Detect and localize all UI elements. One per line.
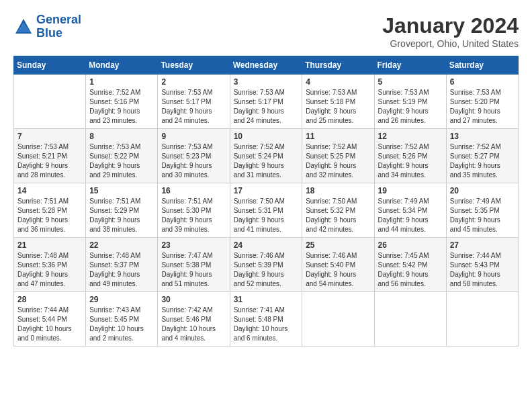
- calendar-cell: 14Sunrise: 7:51 AM Sunset: 5:28 PM Dayli…: [14, 183, 86, 238]
- day-number: 22: [89, 240, 154, 250]
- calendar-cell: 20Sunrise: 7:49 AM Sunset: 5:35 PM Dayli…: [446, 183, 518, 238]
- day-number: 4: [306, 77, 370, 87]
- day-number: 1: [89, 77, 154, 87]
- calendar-cell: 31Sunrise: 7:41 AM Sunset: 5:48 PM Dayli…: [230, 292, 302, 347]
- cell-info: Sunrise: 7:44 AM Sunset: 5:44 PM Dayligh…: [17, 306, 82, 343]
- cell-info: Sunrise: 7:53 AM Sunset: 5:21 PM Dayligh…: [17, 142, 82, 180]
- day-number: 25: [306, 240, 370, 250]
- cell-info: Sunrise: 7:49 AM Sunset: 5:35 PM Dayligh…: [450, 197, 515, 234]
- day-number: 3: [234, 77, 299, 87]
- weekday-header-sunday: Sunday: [14, 56, 86, 75]
- day-number: 29: [89, 295, 154, 304]
- day-number: 19: [378, 186, 443, 195]
- day-number: 31: [234, 295, 299, 304]
- cell-info: Sunrise: 7:51 AM Sunset: 5:30 PM Dayligh…: [161, 197, 226, 234]
- calendar-cell: 1Sunrise: 7:52 AM Sunset: 5:16 PM Daylig…: [86, 75, 158, 129]
- calendar-cell: 2Sunrise: 7:53 AM Sunset: 5:17 PM Daylig…: [158, 75, 230, 129]
- cell-info: Sunrise: 7:44 AM Sunset: 5:43 PM Dayligh…: [450, 251, 515, 289]
- cell-info: Sunrise: 7:53 AM Sunset: 5:22 PM Dayligh…: [89, 142, 154, 180]
- cell-info: Sunrise: 7:53 AM Sunset: 5:20 PM Dayligh…: [450, 88, 515, 126]
- day-number: 2: [161, 77, 226, 87]
- calendar-cell: 11Sunrise: 7:52 AM Sunset: 5:25 PM Dayli…: [302, 129, 374, 183]
- day-number: 10: [234, 132, 299, 141]
- weekday-header-saturday: Saturday: [446, 56, 518, 75]
- day-number: 30: [161, 295, 226, 304]
- cell-info: Sunrise: 7:52 AM Sunset: 5:27 PM Dayligh…: [450, 142, 515, 180]
- cell-info: Sunrise: 7:53 AM Sunset: 5:23 PM Dayligh…: [161, 142, 226, 180]
- cell-info: Sunrise: 7:43 AM Sunset: 5:45 PM Dayligh…: [89, 306, 154, 343]
- day-number: 7: [17, 132, 82, 141]
- calendar-cell: 7Sunrise: 7:53 AM Sunset: 5:21 PM Daylig…: [14, 129, 86, 183]
- day-number: 16: [161, 186, 226, 195]
- calendar-week-2: 7Sunrise: 7:53 AM Sunset: 5:21 PM Daylig…: [14, 129, 519, 183]
- calendar-cell: 29Sunrise: 7:43 AM Sunset: 5:45 PM Dayli…: [86, 292, 158, 347]
- cell-info: Sunrise: 7:47 AM Sunset: 5:38 PM Dayligh…: [161, 251, 226, 289]
- cell-info: Sunrise: 7:53 AM Sunset: 5:17 PM Dayligh…: [234, 88, 299, 126]
- cell-info: Sunrise: 7:46 AM Sunset: 5:39 PM Dayligh…: [234, 251, 299, 289]
- calendar-cell: [374, 292, 446, 347]
- cell-info: Sunrise: 7:51 AM Sunset: 5:28 PM Dayligh…: [17, 197, 82, 234]
- day-number: 17: [234, 186, 299, 195]
- day-number: 5: [378, 77, 443, 87]
- day-number: 18: [306, 186, 370, 195]
- weekday-header-monday: Monday: [86, 56, 158, 75]
- calendar-cell: 5Sunrise: 7:53 AM Sunset: 5:19 PM Daylig…: [374, 75, 446, 129]
- calendar-cell: 26Sunrise: 7:45 AM Sunset: 5:42 PM Dayli…: [374, 238, 446, 292]
- calendar-cell: [302, 292, 374, 347]
- title-block: January 2024 Groveport, Ohio, United Sta…: [382, 13, 519, 49]
- calendar-cell: 3Sunrise: 7:53 AM Sunset: 5:17 PM Daylig…: [230, 75, 302, 129]
- calendar-cell: 8Sunrise: 7:53 AM Sunset: 5:22 PM Daylig…: [86, 129, 158, 183]
- cell-info: Sunrise: 7:42 AM Sunset: 5:46 PM Dayligh…: [161, 306, 226, 343]
- weekday-header-tuesday: Tuesday: [158, 56, 230, 75]
- cell-info: Sunrise: 7:48 AM Sunset: 5:36 PM Dayligh…: [17, 251, 82, 289]
- day-number: 14: [17, 186, 82, 195]
- calendar-cell: [14, 75, 86, 129]
- calendar-week-4: 21Sunrise: 7:48 AM Sunset: 5:36 PM Dayli…: [14, 238, 519, 292]
- cell-info: Sunrise: 7:52 AM Sunset: 5:24 PM Dayligh…: [234, 142, 299, 180]
- calendar-cell: 27Sunrise: 7:44 AM Sunset: 5:43 PM Dayli…: [446, 238, 518, 292]
- calendar-table: SundayMondayTuesdayWednesdayThursdayFrid…: [13, 56, 519, 347]
- logo: General Blue: [13, 13, 81, 40]
- cell-info: Sunrise: 7:52 AM Sunset: 5:26 PM Dayligh…: [378, 142, 443, 180]
- calendar-week-5: 28Sunrise: 7:44 AM Sunset: 5:44 PM Dayli…: [14, 292, 519, 347]
- day-number: 24: [234, 240, 299, 250]
- day-number: 27: [450, 240, 515, 250]
- calendar-cell: 13Sunrise: 7:52 AM Sunset: 5:27 PM Dayli…: [446, 129, 518, 183]
- calendar-cell: 4Sunrise: 7:53 AM Sunset: 5:18 PM Daylig…: [302, 75, 374, 129]
- cell-info: Sunrise: 7:50 AM Sunset: 5:32 PM Dayligh…: [306, 197, 370, 234]
- calendar-cell: 10Sunrise: 7:52 AM Sunset: 5:24 PM Dayli…: [230, 129, 302, 183]
- calendar-header-row: SundayMondayTuesdayWednesdayThursdayFrid…: [14, 56, 519, 75]
- cell-info: Sunrise: 7:46 AM Sunset: 5:40 PM Dayligh…: [306, 251, 370, 289]
- cell-info: Sunrise: 7:50 AM Sunset: 5:31 PM Dayligh…: [234, 197, 299, 234]
- cell-info: Sunrise: 7:52 AM Sunset: 5:16 PM Dayligh…: [89, 88, 154, 126]
- day-number: 9: [161, 132, 226, 141]
- day-number: 23: [161, 240, 226, 250]
- calendar-cell: 6Sunrise: 7:53 AM Sunset: 5:20 PM Daylig…: [446, 75, 518, 129]
- cell-info: Sunrise: 7:51 AM Sunset: 5:29 PM Dayligh…: [89, 197, 154, 234]
- cell-info: Sunrise: 7:41 AM Sunset: 5:48 PM Dayligh…: [234, 306, 299, 343]
- logo-text: General Blue: [36, 13, 81, 40]
- weekday-header-thursday: Thursday: [302, 56, 374, 75]
- svg-marker-1: [17, 22, 30, 32]
- calendar-cell: 18Sunrise: 7:50 AM Sunset: 5:32 PM Dayli…: [302, 183, 374, 238]
- calendar-cell: 21Sunrise: 7:48 AM Sunset: 5:36 PM Dayli…: [14, 238, 86, 292]
- calendar-cell: 24Sunrise: 7:46 AM Sunset: 5:39 PM Dayli…: [230, 238, 302, 292]
- logo-line1: General: [36, 13, 81, 26]
- day-number: 28: [17, 295, 82, 304]
- logo-line2: Blue: [36, 26, 62, 40]
- calendar-cell: 23Sunrise: 7:47 AM Sunset: 5:38 PM Dayli…: [158, 238, 230, 292]
- month-title: January 2024: [382, 13, 519, 38]
- logo-icon: [13, 17, 34, 37]
- calendar-cell: 25Sunrise: 7:46 AM Sunset: 5:40 PM Dayli…: [302, 238, 374, 292]
- calendar-cell: 15Sunrise: 7:51 AM Sunset: 5:29 PM Dayli…: [86, 183, 158, 238]
- page-header: General Blue January 2024 Groveport, Ohi…: [13, 13, 519, 49]
- calendar-week-3: 14Sunrise: 7:51 AM Sunset: 5:28 PM Dayli…: [14, 183, 519, 238]
- cell-info: Sunrise: 7:53 AM Sunset: 5:18 PM Dayligh…: [306, 88, 370, 126]
- day-number: 15: [89, 186, 154, 195]
- calendar-cell: 17Sunrise: 7:50 AM Sunset: 5:31 PM Dayli…: [230, 183, 302, 238]
- calendar-cell: 22Sunrise: 7:48 AM Sunset: 5:37 PM Dayli…: [86, 238, 158, 292]
- cell-info: Sunrise: 7:49 AM Sunset: 5:34 PM Dayligh…: [378, 197, 443, 234]
- calendar-week-1: 1Sunrise: 7:52 AM Sunset: 5:16 PM Daylig…: [14, 75, 519, 129]
- day-number: 13: [450, 132, 515, 141]
- cell-info: Sunrise: 7:45 AM Sunset: 5:42 PM Dayligh…: [378, 251, 443, 289]
